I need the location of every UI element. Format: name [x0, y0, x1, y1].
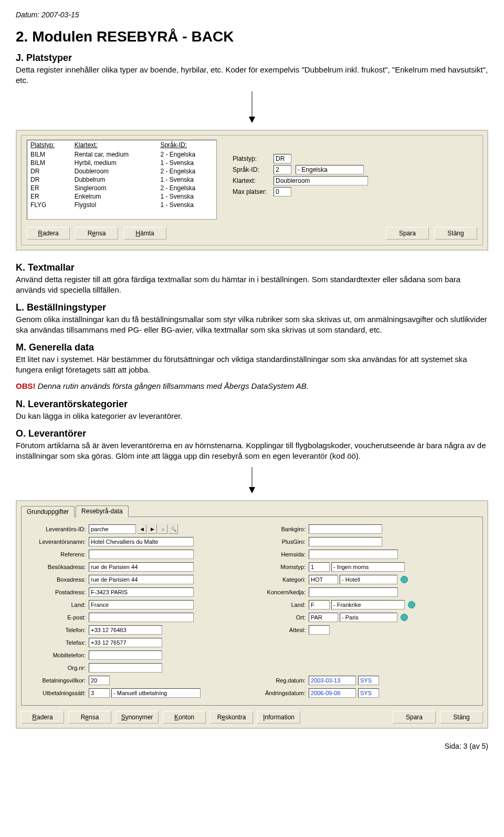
prev-icon[interactable]: ◀	[137, 524, 146, 534]
hem-label: Hemsida:	[257, 551, 309, 557]
platstyp-input[interactable]	[274, 154, 291, 163]
rensa-button[interactable]: Rensa	[75, 227, 118, 240]
platstyper-window: Platstyp: Klartext: Språk-ID: BILMRental…	[16, 130, 488, 251]
epost-input[interactable]	[89, 613, 194, 622]
fax-input[interactable]	[89, 638, 162, 647]
andr-sys-input	[358, 688, 379, 698]
epost-label: E-post:	[27, 614, 89, 621]
moms-code-input[interactable]	[309, 562, 330, 572]
list-row[interactable]: ERSingleroom2 - Engelska	[27, 184, 216, 192]
post-input[interactable]	[89, 587, 194, 597]
reg-label: Reg.datum:	[257, 677, 309, 684]
list-row[interactable]: BILMRental car, medium2 - Engelska	[27, 150, 216, 159]
section-l-body: Genom olika inställningar kan du få best…	[16, 314, 488, 335]
lev-namn-input[interactable]	[89, 537, 194, 546]
tab-resebyra-data[interactable]: Resebyrå-data	[76, 505, 129, 517]
platstyper-listbox[interactable]: Platstyp: Klartext: Språk-ID: BILMRental…	[27, 140, 217, 220]
konton-button[interactable]: Konton	[163, 711, 206, 724]
kat-code-input[interactable]	[309, 575, 338, 584]
section-l-title: L. Beställningstyper	[16, 302, 488, 313]
svg-marker-3	[249, 487, 255, 493]
lev-id-label: Leverantörs-ID:	[27, 526, 89, 532]
konc-input[interactable]	[309, 587, 398, 597]
section-n-body: Du kan lägga in olika kategorier av leve…	[16, 411, 488, 421]
hem-input[interactable]	[309, 550, 398, 559]
referens-input[interactable]	[89, 550, 194, 559]
sprak-code-input[interactable]	[274, 165, 291, 174]
lev-id-input[interactable]	[89, 524, 136, 534]
obs-prefix: OBS!	[16, 381, 36, 390]
search-icon[interactable]: ⌕	[158, 524, 167, 534]
next-icon[interactable]: ▶	[148, 524, 157, 534]
referens-label: Referens:	[27, 551, 89, 557]
section-o-body: Förutom artiklarna så är även leverantör…	[16, 440, 488, 461]
page-footer: Sida: 3 (av 5)	[16, 742, 488, 750]
status-dot-icon[interactable]	[408, 601, 415, 608]
utb-label: Utbetalningssätt:	[27, 690, 89, 696]
synonymer-button[interactable]: Synonymer	[116, 711, 159, 724]
list-row[interactable]: EREnkelrum1 - Svenska	[27, 192, 216, 201]
tel-label: Telefon:	[27, 627, 89, 633]
section-j-title: J. Platstyper	[16, 53, 488, 64]
zoom-icon[interactable]: 🔍	[169, 524, 178, 534]
tab-grunduppgifter[interactable]: Grunduppgifter	[21, 506, 75, 518]
stang-button-2[interactable]: Stäng	[440, 711, 483, 724]
ort-code-input[interactable]	[309, 613, 338, 622]
spara-button[interactable]: Spara	[386, 227, 429, 240]
mobil-input[interactable]	[89, 650, 162, 660]
section-j-body: Detta register innehåller olika typer av…	[16, 65, 488, 85]
information-button[interactable]: Information	[257, 711, 300, 724]
page-date: Datum: 2007-03-15	[16, 11, 488, 19]
attest-input[interactable]	[309, 625, 330, 635]
pg-input[interactable]	[309, 537, 382, 546]
status-dot-icon[interactable]	[401, 576, 408, 583]
list-row[interactable]: BILMHyrbil, medium1 - Svenska	[27, 159, 216, 167]
rensa-button-2[interactable]: Rensa	[68, 711, 111, 724]
konc-label: Koncern/kedja:	[257, 589, 309, 595]
utb-code-input[interactable]	[89, 688, 110, 698]
bg-input[interactable]	[309, 524, 382, 534]
maxplatser-input[interactable]	[274, 187, 291, 197]
list-header-platstyp: Platstyp:	[27, 140, 71, 150]
andr-label: Ändringsdatum:	[257, 690, 309, 696]
kat-label: Kategori:	[257, 576, 309, 583]
leverantor-window: Grunduppgifter Resebyrå-data Leverantörs…	[16, 500, 488, 729]
land-input[interactable]	[89, 600, 194, 609]
ort-text-input[interactable]	[340, 613, 397, 622]
box-input[interactable]	[89, 575, 194, 584]
status-dot-icon[interactable]	[401, 614, 408, 621]
utb-text-input[interactable]	[111, 688, 201, 698]
ort-label: Ort:	[257, 614, 309, 621]
kat-text-input[interactable]	[340, 575, 397, 584]
radera-button-2[interactable]: Radera	[21, 711, 64, 724]
bg-label: Bankgiro:	[257, 526, 309, 532]
pg-label: PlusGiro:	[257, 539, 309, 545]
reskontra-button[interactable]: Reskontra	[210, 711, 253, 724]
lev-namn-label: Leverantörsnamn:	[27, 539, 89, 545]
obs-body: Denna rutin används första gången tillsa…	[38, 381, 309, 390]
sprak-label: Språk-ID:	[233, 166, 274, 173]
list-row[interactable]: DRDoubleroom2 - Engelska	[27, 167, 216, 175]
list-header-sprak: Språk-ID:	[157, 140, 216, 150]
hamta-button[interactable]: Hämta	[123, 227, 166, 240]
betv-input[interactable]	[89, 676, 110, 685]
spara-button-2[interactable]: Spara	[393, 711, 436, 724]
box-label: Boxadress:	[27, 576, 89, 583]
fax-label: Telefax:	[27, 639, 89, 646]
list-row[interactable]: DRDubbelrum1 - Svenska	[27, 175, 216, 184]
stang-button[interactable]: Stäng	[434, 227, 477, 240]
andr-date-input	[309, 688, 356, 698]
arrow-pointer-1	[16, 91, 488, 125]
radera-button[interactable]: RRaderaadera	[27, 227, 70, 240]
list-row[interactable]: FLYGFlygstol1 - Svenska	[27, 201, 216, 209]
moms-text-input[interactable]	[331, 562, 405, 572]
org-input[interactable]	[89, 663, 162, 673]
sprak-text-input[interactable]	[296, 165, 364, 174]
tel-input[interactable]	[89, 625, 162, 635]
land2-text-input[interactable]	[331, 600, 405, 609]
obs-line: OBS! Denna rutin används första gången t…	[16, 381, 488, 391]
list-header-klartext: Klartext:	[71, 140, 158, 150]
land2-code-input[interactable]	[309, 600, 330, 609]
besok-input[interactable]	[89, 562, 194, 572]
klartext-input[interactable]	[274, 176, 368, 185]
